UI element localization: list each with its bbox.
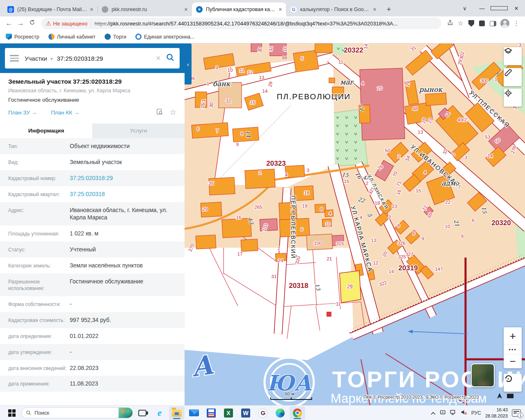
search-input[interactable]	[57, 55, 151, 62]
bookmark-torgi[interactable]: Торги	[105, 34, 126, 40]
cadastral-map[interactable]: 30321088511144203619101112132914153216/1…	[185, 43, 525, 405]
info-row: дата определения:01.01.2022	[0, 328, 185, 344]
tab-information[interactable]: Информация	[0, 123, 92, 138]
tray-expand-icon[interactable]	[431, 409, 436, 417]
window-minimize-button[interactable]: —	[473, 5, 491, 11]
row-label: Статус:	[8, 246, 70, 253]
panel-collapse-button[interactable]: ‹	[185, 43, 192, 84]
map-label: 2	[398, 154, 400, 159]
taskbar-search[interactable]: Поиск	[21, 407, 133, 418]
map-label: 14	[363, 43, 369, 50]
plan-kk-link[interactable]: План КК →	[51, 110, 79, 116]
menu-hamburger-icon[interactable]	[10, 53, 19, 63]
excel-icon[interactable]: X	[221, 406, 236, 420]
tab-close-icon[interactable]: ✕	[373, 7, 377, 12]
map-label: 2	[259, 170, 261, 175]
volume-muted-icon[interactable]	[461, 409, 467, 417]
parcel-title: Земельный участок 37:25:020318:29	[8, 78, 176, 85]
minimap-satellite-thumbnail[interactable]	[471, 363, 495, 387]
row-value-link[interactable]: 37:25:020318:29	[70, 174, 179, 182]
new-tab-button[interactable]: +	[383, 4, 395, 15]
reset-rotation-button[interactable]	[504, 374, 522, 392]
chrome-icon[interactable]	[290, 406, 305, 420]
mail-app-icon[interactable]	[186, 406, 202, 420]
share-icon[interactable]	[445, 20, 455, 27]
search-button[interactable]	[166, 53, 175, 64]
network-icon[interactable]	[450, 409, 457, 417]
bookmark-eep[interactable]: Единая электронна...	[135, 34, 194, 40]
extensions-icon[interactable]	[479, 21, 485, 26]
plan-zu-link[interactable]: План ЗУ →	[8, 110, 37, 116]
clear-search-icon[interactable]: ✕	[155, 55, 161, 62]
row-label: дата утверждения:	[8, 348, 70, 356]
tab-search-icon[interactable]: ∨	[456, 5, 473, 11]
back-button[interactable]: ←	[3, 19, 15, 27]
doc-search-icon[interactable]	[156, 108, 163, 117]
map-label: 2	[366, 181, 368, 186]
adblock-extension-icon[interactable]	[468, 20, 474, 27]
window-restore-button[interactable]	[491, 5, 508, 11]
tab-close-icon[interactable]: ✕	[184, 7, 188, 12]
zoom-out-button[interactable]: −	[504, 354, 522, 368]
bookmark-rosreestr[interactable]: Росреестр	[6, 34, 39, 40]
tab-close-icon[interactable]: ✕	[90, 7, 94, 12]
screen-clip-icon[interactable]	[440, 409, 446, 417]
tab-mail[interactable]: @ (25) Входящие - Почта Mail.ru ✕	[3, 2, 98, 16]
map-label: 10	[282, 46, 288, 52]
sidebar-icon[interactable]	[490, 21, 496, 26]
profile-avatar[interactable]	[500, 19, 509, 28]
edge-icon[interactable]	[272, 406, 288, 420]
fullscreen-icon[interactable]	[507, 394, 514, 398]
menu-kebab-icon[interactable]: ⋮	[511, 20, 522, 27]
map-label: 53	[485, 135, 491, 139]
tab-cadastral-map-active[interactable]: Публичная кадастровая карта ✕	[192, 2, 286, 16]
bookmark-star-icon[interactable]: ☆	[455, 20, 466, 27]
row-value: 01.01.2022	[70, 332, 179, 340]
task-view-button[interactable]	[135, 406, 150, 420]
start-button[interactable]	[4, 406, 20, 420]
favorite-star-icon[interactable]: ☆	[170, 108, 176, 117]
map-label: 10	[445, 224, 450, 229]
measure-ruler-button[interactable]	[504, 68, 522, 86]
map-label: 88	[282, 55, 288, 60]
window-close-button[interactable]: ✕	[508, 5, 525, 11]
zoom-more-button[interactable]: •••	[504, 345, 522, 354]
search-category-dropdown[interactable]: Участки	[25, 55, 47, 62]
row-label: Адрес:	[8, 206, 70, 222]
info-row: Адрес:Ивановская область, г. Кинешма, ул…	[0, 202, 185, 226]
row-value-link[interactable]: 37:25:020318	[70, 190, 179, 198]
word-icon[interactable]: W	[238, 406, 253, 420]
layers-button[interactable]	[504, 47, 522, 65]
map-label: 20320	[491, 219, 511, 227]
info-row: Тип:Объект недвижимости	[0, 138, 185, 154]
map-canvas[interactable]: 30321088511144203619101112132914153216/1…	[185, 43, 525, 405]
map-label: 6	[413, 231, 415, 236]
map-label: 15	[341, 171, 349, 178]
tab-google[interactable]: G калькулятор - Поиск в Google ✕	[286, 2, 381, 16]
map-label: 4	[424, 170, 427, 175]
internet-explorer-icon[interactable]: e	[152, 406, 167, 420]
tab-pkk-old[interactable]: pkk.rosreestr.ru ✕	[98, 2, 192, 16]
language-indicator[interactable]: РУС	[471, 410, 481, 416]
file-explorer-icon[interactable]	[169, 406, 185, 420]
consultant-app-icon[interactable]: C	[255, 406, 271, 420]
address-bar[interactable]: ⚠ Не защищено https://pkk.rosreestr.ru/#…	[41, 18, 441, 29]
notification-center-icon[interactable]: 1	[512, 409, 521, 417]
account-icon	[48, 34, 55, 40]
save-floppy-app-icon[interactable]	[203, 406, 219, 420]
zoom-in-button[interactable]: +	[504, 327, 522, 345]
info-row: Вид:Земельный участок	[0, 154, 185, 170]
locate-button[interactable]	[504, 89, 522, 107]
map-label: 21	[327, 256, 332, 261]
forward-button[interactable]: →	[15, 19, 26, 27]
map-label: 35	[209, 181, 214, 186]
clock[interactable]: 16:43 28.08.2023	[485, 407, 508, 419]
map-label: 32	[268, 46, 274, 52]
map-label: 325	[398, 254, 406, 259]
tab-services[interactable]: Услуги	[92, 123, 185, 138]
tab-close-icon[interactable]: ✕	[278, 7, 282, 12]
reload-button[interactable]	[26, 19, 38, 27]
row-label: дата внесения сведений:	[8, 364, 70, 372]
bookmark-lichny-kabinet[interactable]: Личный кабинет	[48, 34, 96, 40]
map-label: ПЕР.РЫЛЕЕВСКИЙ	[290, 196, 297, 259]
